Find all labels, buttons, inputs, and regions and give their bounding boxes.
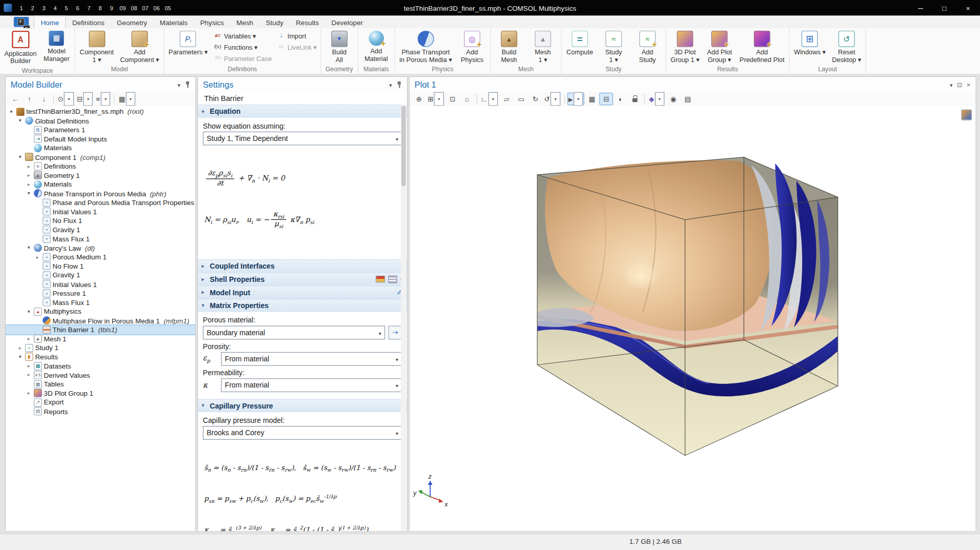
plot-zoom-extents-button[interactable] [446,93,460,105]
study-1-button[interactable]: Study 1 ▾ [597,29,630,65]
plot-grid-button[interactable] [585,93,599,105]
minimize-button[interactable]: ─ [909,0,932,16]
tree-item-mass-flux-1[interactable]: Mass Flux 1 [6,234,195,243]
permeability-dropdown[interactable]: From material [221,378,402,392]
tree-expand-arrow[interactable] [26,172,32,178]
section-header-equation[interactable]: ▾ Equation [198,105,407,118]
3d-plot-group-1-button[interactable]: 3D Plot Group 1 ▾ [668,29,702,65]
layers-icon[interactable] [389,275,397,283]
tree-expand-arrow[interactable] [26,363,32,369]
plot-select-mode-button[interactable]: ▾ [567,93,585,105]
tree-expand-arrow[interactable] [17,118,23,124]
plot-zoom-box-button[interactable]: ▾ [426,93,445,105]
flyout-menu-icon[interactable] [177,81,180,89]
tree-expand-arrow[interactable] [17,154,23,160]
mb-show-button[interactable]: ▾ [56,93,75,105]
float-window-icon[interactable]: ⊡ [957,81,962,88]
compute-button[interactable]: Compute [563,29,596,57]
tree-item-testthinbarrier3d-finer-ss-mph[interactable]: testThinBarrier3D_finer_ss.mph (root) [6,107,195,116]
plot-snapshot-button[interactable] [666,93,680,105]
parameters-button[interactable]: Parameters ▾ [166,29,210,57]
tree-item-component-1[interactable]: Component 1 (comp1) [6,153,195,162]
build-all-button[interactable]: Build All [323,29,356,65]
tree-expand-arrow[interactable] [26,164,32,169]
section-header-coupled-interfaces[interactable]: ▸ Coupled Interfaces [198,259,407,273]
tree-item-materials[interactable]: Materials [6,180,195,189]
tree-expand-arrow[interactable] [26,245,32,251]
tree-item-parameters-1[interactable]: Parameters 1 [6,125,195,134]
tree-item-study-1[interactable]: Study 1 [6,343,195,353]
tree-expand-arrow[interactable] [26,309,32,314]
menu-tab-home[interactable]: Home [34,16,66,28]
mesh-1-button[interactable]: Mesh 1 ▾ [526,29,559,65]
tree-item-pressure-1[interactable]: Pressure 1 [6,289,195,298]
tree-expand-arrow[interactable] [17,345,23,351]
functions-button[interactable]: Functions ▾ [211,42,274,52]
menu-tab-geometry[interactable]: Geometry [111,16,153,28]
add-plot-group-button[interactable]: Add Plot Group ▾ [703,29,736,65]
menu-tab-study[interactable]: Study [259,16,290,28]
add-study-button[interactable]: Add Study [631,29,664,65]
tree-item-geometry-1[interactable]: Geometry 1 [6,171,195,180]
tree-item-porous-medium-1[interactable]: Porous Medium 1 [6,253,195,262]
phase-transport-in-porous-media-button[interactable]: Phase Transport in Porous Media ▾ [397,29,454,65]
plot-plane-view-2-button[interactable] [514,93,528,105]
add-component-button[interactable]: Add Component ▾ [117,29,161,65]
tree-item-reports[interactable]: Reports [6,407,195,416]
settings-scrollbar[interactable] [401,105,406,531]
plot-view-panel-button[interactable] [599,93,613,105]
plot-lock-axes-button[interactable] [628,93,642,105]
plot-rotate-view-button[interactable] [528,93,542,105]
tree-item-gravity-1[interactable]: Gravity 1 [6,225,195,234]
model-manager-button[interactable]: Model Manager [40,29,73,64]
add-physics-button[interactable]: Add Physics [456,29,488,65]
flyout-menu-icon[interactable] [389,81,392,89]
tree-item-initial-values-1[interactable]: Initial Values 1 [6,280,195,289]
variables-button[interactable]: Variables ▾ [211,30,274,41]
tree-expand-arrow[interactable] [34,254,40,260]
mb-nav-back-button[interactable] [8,93,22,105]
tree-item-phase-transport-in-porous-media[interactable]: Phase Transport in Porous Media (phtr) [6,189,195,198]
tree-item-3d-plot-group-1[interactable]: 3D Plot Group 1 [6,389,195,398]
tree-expand-arrow[interactable] [26,336,32,341]
plot-zoom-in-button[interactable] [412,93,426,105]
tree-expand-arrow[interactable] [26,372,32,378]
porous-material-dropdown[interactable]: Boundary material [203,325,385,339]
porosity-dropdown[interactable]: From material [221,352,402,365]
build-mesh-button[interactable]: Build Mesh [493,29,525,65]
tree-expand-arrow[interactable] [26,181,32,187]
tree-item-darcy-s-law[interactable]: Darcy's Law (dl) [6,243,195,253]
tree-item-mass-flux-1[interactable]: Mass Flux 1 [6,298,195,307]
plot-corner-icon[interactable] [961,110,972,120]
mb-node-labels-button[interactable]: ▾ [95,93,112,105]
tree-item-multiphase-flow-in-porous-media-1[interactable]: Multiphase Flow in Porous Media 1 (mfpm1… [6,316,195,325]
capillary-model-dropdown[interactable]: Brooks and Corey [203,426,402,440]
close-panel-icon[interactable]: × [967,81,971,89]
tree-item-tables[interactable]: Tables [6,380,195,389]
section-header-model-input[interactable]: ▸ Model Input [198,286,407,299]
import-button[interactable]: Import [275,30,318,41]
maximize-button[interactable]: □ [932,0,956,16]
tree-item-global-definitions[interactable]: Global Definitions [6,116,195,126]
menu-tab-developer[interactable]: Developer [325,16,369,28]
tree-item-definitions[interactable]: Definitions [6,161,195,171]
tree-expand-arrow[interactable] [8,109,14,114]
plot-axis-view-button[interactable]: ▾ [479,93,499,105]
tree-item-multiphysics[interactable]: Multiphysics [6,307,195,316]
tree-item-gravity-1[interactable]: Gravity 1 [6,271,195,280]
go-to-material-button[interactable] [388,325,402,339]
mb-collapse-all-button[interactable]: ▾ [76,93,94,105]
plot-transparency-button[interactable] [614,93,628,105]
plot-plane-view-1-button[interactable] [500,93,514,105]
tree-item-phase-and-porous-media-transport-properties-1[interactable]: Phase and Porous Media Transport Propert… [6,198,195,207]
component-1-button[interactable]: Component 1 ▾ [77,29,116,65]
plot-update-button[interactable]: ▾ [543,93,561,105]
tree-item-initial-values-1[interactable]: Initial Values 1 [6,207,195,216]
menu-tab-results[interactable]: Results [290,16,325,28]
plot-canvas[interactable]: z y x [410,106,975,532]
tree-item-no-flow-1[interactable]: No Flow 1 [6,261,195,271]
tree-item-mesh-1[interactable]: Mesh 1 [6,334,195,343]
flyout-menu-icon[interactable] [950,81,953,89]
study-assumption-dropdown[interactable]: Study 1, Time Dependent [203,132,402,146]
close-button[interactable]: × [956,0,980,16]
